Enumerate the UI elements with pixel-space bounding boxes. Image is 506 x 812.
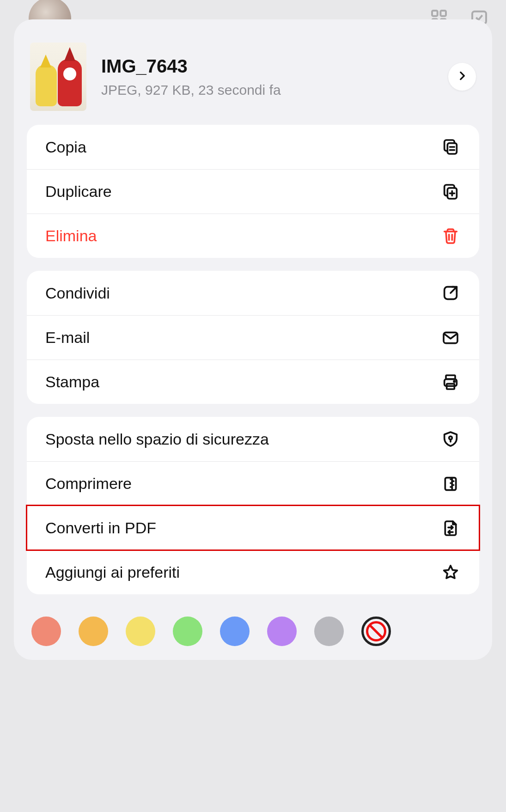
file-details-button[interactable] [448,63,476,91]
menu-item-label: Condividi [45,284,110,302]
trash-icon [440,226,461,246]
action-compress[interactable]: Comprimere [27,461,479,506]
svg-rect-1 [440,11,446,16]
color-tag-swatch[interactable] [31,617,61,646]
action-favorite[interactable]: Aggiungi ai preferiti [27,550,479,594]
svg-rect-0 [432,11,438,16]
file-subtitle: JPEG, 927 KB, 23 secondi fa [101,82,448,98]
shield-icon [440,429,461,449]
share-icon [440,283,461,303]
menu-item-label: E-mail [45,329,90,347]
context-menu-sheet: IMG_7643 JPEG, 927 KB, 23 secondi fa Cop… [14,19,492,660]
menu-item-label: Comprimere [45,475,132,493]
menu-item-label: Aggiungi ai preferiti [45,563,180,581]
copy-icon [440,137,461,157]
menu-item-label: Elimina [45,227,97,245]
convert-icon [440,518,461,538]
menu-item-label: Copia [45,138,86,156]
menu-group: CondividiE-mailStampa [27,271,479,404]
mail-icon [440,328,461,348]
color-tag-none[interactable] [361,617,391,646]
menu-group: CopiaDuplicareElimina [27,125,479,258]
color-tag-row [14,607,492,646]
duplicate-icon [440,182,461,202]
menu-item-label: Duplicare [45,183,112,201]
chevron-right-icon [456,70,468,84]
action-email[interactable]: E-mail [27,315,479,360]
color-tag-swatch[interactable] [314,617,344,646]
zip-icon [440,474,461,494]
color-tag-swatch[interactable] [126,617,155,646]
action-share[interactable]: Condividi [27,271,479,315]
color-tag-swatch[interactable] [267,617,297,646]
action-duplicate[interactable]: Duplicare [27,169,479,214]
menu-group: Sposta nello spazio di sicurezzaComprime… [27,417,479,594]
file-thumbnail [30,43,86,111]
action-move-to-safe[interactable]: Sposta nello spazio di sicurezza [27,417,479,461]
menu-item-label: Converti in PDF [45,519,156,537]
file-header[interactable]: IMG_7643 JPEG, 927 KB, 23 secondi fa [14,33,492,125]
menu-item-label: Stampa [45,373,99,391]
file-title: IMG_7643 [101,56,448,77]
star-icon [440,562,461,583]
color-tag-swatch[interactable] [220,617,250,646]
action-convert-pdf[interactable]: Converti in PDF [27,506,479,550]
color-tag-swatch[interactable] [79,617,108,646]
action-delete[interactable]: Elimina [27,214,479,258]
menu-item-label: Sposta nello spazio di sicurezza [45,430,269,448]
color-tag-swatch[interactable] [173,617,202,646]
action-print[interactable]: Stampa [27,360,479,404]
print-icon [440,372,461,392]
action-copy[interactable]: Copia [27,125,479,169]
